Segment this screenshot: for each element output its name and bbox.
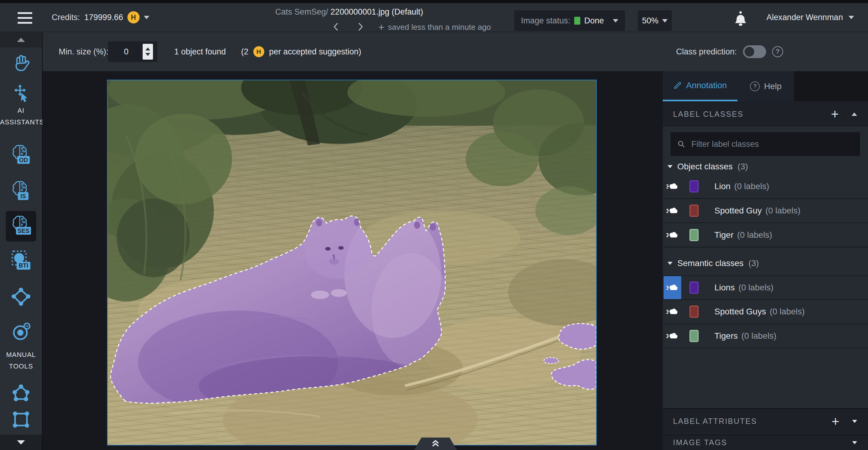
panel-tabs: Annotation ? Help xyxy=(663,71,868,101)
visibility-chip[interactable] xyxy=(663,223,681,247)
next-image-button[interactable] xyxy=(356,22,364,32)
save-status-text: saved less than a minute ago xyxy=(388,23,491,32)
tool-box-to-instance-assistant[interactable]: BTI xyxy=(6,247,36,277)
zoom-level-dropdown[interactable]: 50% xyxy=(638,10,672,31)
tool-polygon[interactable] xyxy=(6,378,36,409)
class-prediction-toggle[interactable] xyxy=(743,45,766,58)
class-row-lions-selected[interactable]: Lions (0 labels) xyxy=(663,276,868,300)
visibility-chip[interactable] xyxy=(663,199,681,222)
class-label-count: (0 labels) xyxy=(737,230,772,240)
tool-move-select[interactable] xyxy=(6,78,36,109)
visibility-chip[interactable] xyxy=(663,175,681,198)
min-size-stepper[interactable] xyxy=(143,44,153,60)
notifications-bell-icon[interactable] xyxy=(734,10,748,26)
class-name: Tiger xyxy=(714,230,734,240)
help-question-icon[interactable]: ? xyxy=(772,46,783,57)
tab-annotation[interactable]: Annotation xyxy=(663,71,738,101)
class-row-tiger[interactable]: Tiger (0 labels) xyxy=(663,223,868,248)
previous-image-button[interactable] xyxy=(332,22,340,32)
hamburger-menu-button[interactable] xyxy=(18,12,32,24)
credits-dropdown[interactable]: Credits: 179999.66 H xyxy=(52,3,149,32)
circle-dot-icon xyxy=(10,321,32,343)
right-panel: Annotation ? Help LABEL CLASSES + Object… xyxy=(663,71,868,450)
pencil-icon xyxy=(673,81,682,90)
credits-value: 179999.66 xyxy=(84,13,123,22)
tool-pan-hand[interactable] xyxy=(6,48,36,78)
tool-bounding-box[interactable] xyxy=(6,405,36,435)
min-size-field xyxy=(108,41,157,62)
hand-icon xyxy=(10,52,32,74)
group-title: Object classes xyxy=(677,162,733,171)
class-color-swatch xyxy=(689,282,699,294)
chevron-down-icon xyxy=(668,165,673,168)
visibility-chip-selected[interactable] xyxy=(663,276,681,299)
objects-found-status: 1 object found (2 H per accepted suggest… xyxy=(174,32,361,71)
class-row-spotted-guy[interactable]: Spotted Guy (0 labels) xyxy=(663,199,868,223)
zoom-level-value: 50% xyxy=(642,16,658,26)
hasty-credit-icon: H xyxy=(253,46,264,57)
is-badge: IS xyxy=(20,193,26,199)
filter-classes-input[interactable] xyxy=(691,139,854,149)
polygon-tool-icon xyxy=(10,382,32,405)
tool-instance-segmentation-assistant[interactable]: IS xyxy=(6,176,36,207)
cost-open: (2 xyxy=(241,47,248,57)
sidebar-scroll-down[interactable] xyxy=(0,435,42,450)
class-row-spotted-guys[interactable]: Spotted Guys (0 labels) xyxy=(663,300,868,324)
add-label-class-button[interactable]: + xyxy=(831,108,839,120)
bottom-drawer-handle[interactable] xyxy=(414,438,457,450)
bti-badge: BTI xyxy=(19,262,28,269)
tools-sidebar: AI ASSISTANTS OD IS SES xyxy=(0,32,42,450)
class-prediction-control: Class prediction: ? xyxy=(676,32,783,71)
stepper-down-icon[interactable] xyxy=(145,53,150,56)
breadcrumb-project[interactable]: Cats SemSeg/ xyxy=(275,7,328,17)
tab-help[interactable]: ? Help xyxy=(738,71,794,101)
image-status-dropdown[interactable]: Image status: Done xyxy=(514,10,625,31)
class-name: Lion xyxy=(714,182,731,191)
ses-assistant-icon: SES xyxy=(8,214,33,239)
expand-section-icon[interactable] xyxy=(852,420,857,423)
tool-semantic-segmentation-assistant[interactable]: SES xyxy=(6,211,36,242)
group-title: Semantic classes xyxy=(677,258,744,268)
double-chevron-up-icon xyxy=(431,440,440,448)
visibility-chip[interactable] xyxy=(663,324,681,348)
class-row-lion[interactable]: Lion (0 labels) xyxy=(663,174,868,199)
min-size-input[interactable] xyxy=(111,41,142,62)
sidebar-scroll-up[interactable] xyxy=(0,32,42,47)
class-prediction-label: Class prediction: xyxy=(676,47,737,57)
collapse-section-icon[interactable] xyxy=(851,112,857,116)
add-label-attribute-button[interactable]: + xyxy=(832,415,839,427)
cost-text: per accepted suggestion) xyxy=(269,47,361,57)
class-color-swatch xyxy=(689,229,699,241)
expand-section-icon[interactable] xyxy=(852,441,857,444)
class-color-swatch xyxy=(689,306,699,318)
plus-icon: + xyxy=(378,23,384,32)
annotation-canvas[interactable] xyxy=(107,80,597,445)
group-count: (3) xyxy=(738,162,748,171)
objects-found-text: 1 object found xyxy=(174,47,226,57)
class-color-swatch xyxy=(689,330,699,342)
tool-object-detection-assistant[interactable]: OD xyxy=(6,140,36,170)
class-label-count: (0 labels) xyxy=(734,182,769,191)
label-classes-header: LABEL CLASSES + xyxy=(663,101,868,127)
tab-help-label: Help xyxy=(764,82,782,91)
class-row-tigers[interactable]: Tigers (0 labels) xyxy=(663,324,868,348)
label-attributes-header[interactable]: LABEL ATTRIBUTES + xyxy=(663,408,868,433)
class-label-count: (0 labels) xyxy=(738,283,773,292)
chevron-up-icon xyxy=(17,38,25,42)
ses-badge: SES xyxy=(18,227,30,234)
tab-annotation-label: Annotation xyxy=(686,81,727,90)
object-classes-group-toggle[interactable]: Object classes (3) xyxy=(668,159,748,174)
class-label-count: (0 labels) xyxy=(770,307,805,317)
semantic-classes-group-toggle[interactable]: Semantic classes (3) xyxy=(668,255,759,271)
visibility-chip[interactable] xyxy=(663,300,681,323)
image-tags-header[interactable]: IMAGE TAGS xyxy=(663,434,868,450)
stepper-up-icon[interactable] xyxy=(145,47,150,51)
canvas-area xyxy=(42,71,663,450)
image-status-value: Done xyxy=(584,16,604,26)
tool-extreme-points[interactable] xyxy=(6,282,36,312)
sidebar-section-ai-assistants: AI ASSISTANTS xyxy=(0,105,42,128)
min-size-label: Min. size (%): xyxy=(59,32,108,71)
tool-circle-marker[interactable] xyxy=(6,317,36,347)
image-tags-title: IMAGE TAGS xyxy=(673,438,727,447)
user-menu[interactable]: Alexander Wennman xyxy=(767,3,854,32)
